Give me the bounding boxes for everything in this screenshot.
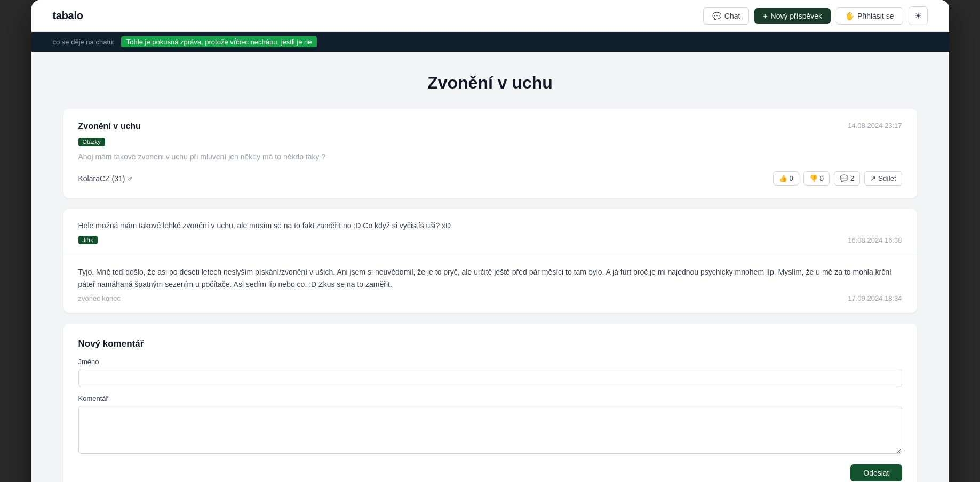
comment-author-muted: zvonec konec (78, 294, 121, 302)
post-title: Zvonění v uchu (78, 122, 141, 131)
main-content: Zvonění v uchu Zvonění v uchu 14.08.2024… (31, 52, 949, 482)
post-card: Zvonění v uchu 14.08.2024 23:17 Otázky A… (63, 109, 917, 198)
post-tag[interactable]: Otázky (78, 138, 105, 146)
submit-button[interactable]: Odeslat (850, 464, 902, 481)
comments-section: Hele možná mám takové lehké zvonění v uc… (63, 209, 917, 313)
login-button[interactable]: 🖐 Přihlásit se (836, 7, 903, 25)
comment-footer-2: zvonec konec 17.09.2024 18:34 (78, 294, 902, 302)
post-header: Zvonění v uchu 14.08.2024 23:17 (78, 122, 902, 131)
sun-icon: ☀ (914, 11, 922, 20)
comment-date-2: 17.09.2024 18:34 (848, 294, 902, 302)
comment-date: 16.08.2024 16:38 (848, 236, 902, 244)
ticker-label: co se děje na chatu: (53, 38, 115, 46)
share-label: Sdílet (878, 174, 896, 182)
comments-count-button[interactable]: 💬 2 (834, 171, 860, 186)
comment-item: Tyjo. Mně teď došlo, že asi po deseti le… (63, 255, 917, 313)
like-count: 0 (790, 174, 793, 182)
chat-ticker-bar: co se děje na chatu: Tohle je pokusná zp… (31, 32, 949, 52)
comment-text: Hele možná mám takové lehké zvonění v uc… (78, 220, 902, 231)
post-body: Ahoj mám takové zvoneni v uchu při mluve… (78, 151, 902, 163)
name-label: Jméno (78, 358, 902, 366)
post-author: KolaraCZ (31) ♂ (78, 174, 133, 183)
comment-author-badge: Jiřík (78, 236, 98, 244)
form-title: Nový komentář (78, 339, 902, 349)
comment-text-2: Tyjo. Mně teď došlo, že asi po deseti le… (78, 266, 902, 290)
page-title: Zvonění v uchu (63, 73, 917, 93)
comment-item: Hele možná mám takové lehké zvonění v uc… (63, 209, 917, 255)
new-post-button[interactable]: + Nový příspěvek (754, 8, 831, 24)
dislike-button[interactable]: 👎 0 (803, 171, 830, 186)
theme-toggle-button[interactable]: ☀ (909, 6, 928, 25)
plus-icon: + (763, 12, 767, 20)
new-comment-form: Nový komentář Jméno Komentář Odeslat (63, 324, 917, 482)
logo: tabalo (53, 10, 83, 22)
comment-footer: Jiřík 16.08.2024 16:38 (78, 236, 902, 244)
post-date: 14.08.2024 23:17 (848, 122, 902, 130)
thumb-up-icon: 👍 (779, 174, 787, 182)
dislike-count: 0 (820, 174, 824, 182)
ticker-message: Tohle je pokusná zpráva, protože vůbec n… (121, 36, 317, 47)
comments-count: 2 (850, 174, 854, 182)
comment-icon: 💬 (840, 174, 848, 182)
share-icon: ↗ (870, 174, 876, 182)
name-input[interactable] (78, 369, 902, 387)
navbar-actions: 💬 Chat + Nový příspěvek 🖐 Přihlásit se ☀ (703, 6, 928, 25)
comment-label: Komentář (78, 395, 902, 403)
like-button[interactable]: 👍 0 (773, 171, 799, 186)
comment-textarea[interactable] (78, 406, 902, 454)
post-actions: 👍 0 👎 0 💬 2 ↗ Sdílet (773, 171, 902, 186)
chat-button[interactable]: 💬 Chat (703, 7, 750, 25)
post-footer: KolaraCZ (31) ♂ 👍 0 👎 0 💬 2 (78, 171, 902, 186)
share-button[interactable]: ↗ Sdílet (864, 171, 902, 186)
login-icon: 🖐 (845, 12, 854, 20)
chat-icon: 💬 (712, 12, 721, 20)
thumb-down-icon: 👎 (809, 174, 818, 182)
navbar: tabalo 💬 Chat + Nový příspěvek 🖐 Přihlás… (31, 0, 949, 32)
